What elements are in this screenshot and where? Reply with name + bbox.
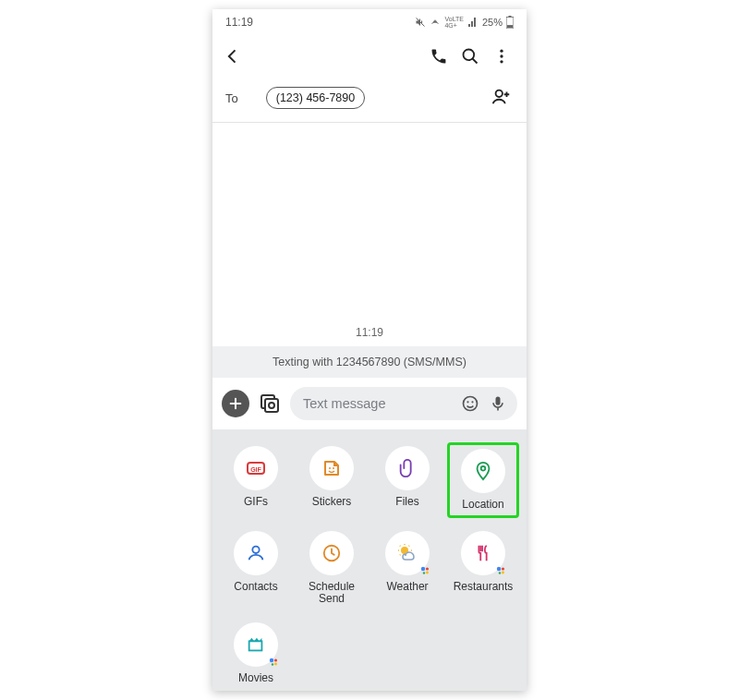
svg-point-31: [502, 571, 504, 573]
call-button[interactable]: [423, 41, 454, 72]
battery-text: 25%: [482, 18, 503, 28]
mute-icon: [415, 17, 426, 28]
voice-button[interactable]: [488, 393, 508, 414]
attachments-toggle-button[interactable]: [222, 390, 249, 417]
conversation-area: 11:19 Texting with 1234567890 (SMS/MMS): [212, 123, 527, 378]
status-bar: 11:19 VoLTE4G+ 25%: [212, 9, 527, 35]
attachment-files[interactable]: Files: [371, 442, 443, 518]
svg-point-9: [496, 91, 503, 97]
clock-icon: [321, 543, 342, 563]
sticker-icon: [321, 457, 343, 479]
tile-label: Contacts: [234, 581, 277, 594]
svg-point-15: [471, 401, 473, 403]
svg-point-36: [274, 663, 277, 666]
svg-point-28: [423, 572, 425, 573]
svg-line-5: [473, 59, 478, 64]
to-label: To: [225, 91, 238, 105]
svg-rect-3: [507, 25, 513, 28]
conversation-timestamp: 11:19: [212, 319, 527, 346]
svg-point-20: [333, 467, 334, 469]
tile-label: Stickers: [312, 496, 352, 509]
status-time: 11:19: [225, 16, 253, 29]
signal-icon: [467, 17, 479, 28]
gif-icon: GIF: [245, 457, 267, 479]
gallery-button[interactable]: [257, 391, 283, 416]
phone-frame: 11:19 VoLTE4G+ 25%: [212, 9, 527, 691]
svg-point-8: [500, 60, 503, 63]
tile-label: Files: [395, 496, 418, 509]
svg-point-32: [499, 572, 501, 573]
attachment-panel: GIF GIFs Stickers Files Loc: [212, 429, 527, 691]
message-placeholder: Text message: [303, 396, 453, 411]
assistant-badge-icon: [495, 565, 506, 576]
conversation-info: Texting with 1234567890 (SMS/MMS): [212, 346, 527, 378]
svg-point-7: [500, 54, 503, 57]
tile-label: Weather: [386, 581, 428, 594]
svg-point-27: [426, 571, 429, 573]
svg-point-26: [426, 567, 429, 570]
svg-point-6: [500, 50, 503, 53]
svg-point-30: [502, 567, 504, 570]
svg-point-14: [466, 401, 468, 403]
attachment-schedule-send[interactable]: Schedule Send: [296, 527, 368, 610]
assistant-badge-icon: [268, 657, 279, 668]
more-button[interactable]: [486, 41, 517, 72]
battery-icon: [506, 16, 514, 29]
svg-point-21: [481, 466, 486, 471]
svg-text:GIF: GIF: [250, 465, 261, 472]
attachment-location[interactable]: Location: [447, 442, 519, 518]
attachment-stickers[interactable]: Stickers: [296, 442, 368, 518]
tile-label: Movies: [238, 672, 273, 685]
paperclip-icon: [397, 458, 418, 478]
assistant-badge-icon: [419, 565, 430, 576]
volte-icon: VoLTE4G+: [444, 16, 464, 29]
svg-rect-16: [496, 396, 501, 404]
recipient-chip[interactable]: (123) 456-7890: [266, 87, 365, 109]
attachment-contacts[interactable]: Contacts: [220, 527, 292, 610]
tile-label: GIFs: [244, 496, 268, 509]
composer-row: Text message: [212, 378, 527, 429]
restaurant-icon: [473, 543, 493, 563]
attachment-restaurants[interactable]: Restaurants: [447, 527, 519, 610]
hotspot-icon: [430, 17, 441, 28]
svg-point-13: [464, 396, 478, 410]
location-pin-icon: [473, 461, 493, 481]
weather-icon: [396, 542, 418, 564]
add-recipient-button[interactable]: [491, 87, 514, 109]
attachment-weather[interactable]: Weather: [371, 527, 443, 610]
svg-point-25: [421, 566, 425, 570]
svg-point-35: [274, 659, 277, 662]
tile-label: Location: [462, 499, 503, 512]
person-icon: [246, 543, 266, 563]
emoji-button[interactable]: [460, 393, 480, 414]
attachment-movies[interactable]: Movies: [220, 619, 292, 689]
app-bar: [212, 35, 527, 78]
message-input[interactable]: Text message: [290, 387, 517, 420]
recipient-row: To (123) 456-7890: [212, 78, 527, 123]
svg-point-4: [464, 50, 475, 61]
tile-label: Schedule Send: [297, 581, 366, 607]
back-button[interactable]: [222, 45, 244, 67]
svg-point-29: [497, 566, 501, 570]
search-button[interactable]: [454, 41, 486, 72]
status-icons: VoLTE4G+ 25%: [415, 16, 514, 29]
svg-point-37: [272, 664, 273, 666]
movie-icon: [246, 634, 266, 655]
svg-point-22: [252, 546, 259, 552]
svg-rect-33: [249, 642, 262, 651]
svg-point-34: [270, 658, 273, 662]
attachment-gifs[interactable]: GIF GIFs: [220, 442, 292, 518]
svg-point-19: [329, 467, 331, 469]
tile-label: Restaurants: [454, 581, 514, 594]
svg-rect-11: [265, 399, 278, 412]
